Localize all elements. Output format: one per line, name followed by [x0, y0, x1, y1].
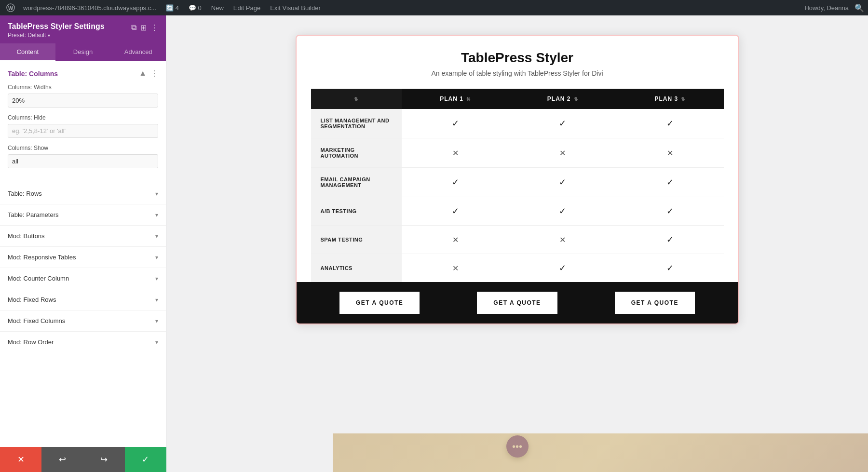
site-url-link[interactable]: wordpress-784896-3610405.cloudwaysapps.c… [19, 4, 160, 12]
x-icon: ✕ [667, 149, 673, 157]
updates-link[interactable]: 🔄 4 [162, 4, 183, 12]
sort-icon-3[interactable]: ⇅ [574, 96, 578, 102]
table-row: EMAIL CAMPAIGN MANAGEMENT ✓ ✓ ✓ [311, 168, 724, 197]
collapsed-sections: Table: Rows ▾ Table: Parameters ▾ Mod: B… [0, 183, 166, 352]
show-input[interactable] [8, 154, 158, 168]
comments-link[interactable]: 💬 0 [185, 4, 205, 12]
section-mod--responsive-tables[interactable]: Mod: Responsive Tables ▾ [0, 246, 166, 268]
section-mod--fixed-columns[interactable]: Mod: Fixed Columns ▾ [0, 310, 166, 331]
section-mod--row-order[interactable]: Mod: Row Order ▾ [0, 331, 166, 352]
field-group-show: Columns: Show [8, 145, 158, 168]
plan2-cell: ✓ [509, 168, 616, 197]
new-link[interactable]: New [207, 4, 228, 12]
section-mod--buttons[interactable]: Mod: Buttons ▾ [0, 225, 166, 246]
section-mod--counter-column[interactable]: Mod: Counter Column ▾ [0, 268, 166, 289]
plan3-cell: ✓ [616, 109, 724, 138]
section-table--parameters[interactable]: Table: Parameters ▾ [0, 204, 166, 225]
svg-text:W: W [8, 5, 14, 11]
admin-bar-right: Howdy, Deanna 🔍 [804, 3, 864, 13]
x-icon: ✕ [452, 236, 459, 244]
check-icon: ✓ [666, 206, 674, 216]
sidebar-tabs: Content Design Advanced [0, 43, 166, 61]
plan2-cell: ✓ [509, 109, 616, 138]
redo-button[interactable]: ↪ [83, 447, 125, 472]
section-columns-body: Columns: Widths Columns: Hide Columns: S… [0, 84, 166, 183]
plan1-cell: ✓ [402, 168, 509, 197]
tp-footer: GET A QUOTE GET A QUOTE GET A QUOTE [297, 282, 738, 324]
x-icon: ✕ [452, 264, 459, 272]
plan2-cell: ✓ [509, 254, 616, 283]
sort-icon-2[interactable]: ⇅ [466, 96, 471, 102]
check-icon: ✓ [666, 177, 674, 187]
check-icon: ✓ [666, 263, 674, 273]
table-row: ANALYTICS ✕ ✓ ✓ [311, 254, 724, 283]
hide-label: Columns: Hide [8, 114, 158, 121]
wp-logo-icon[interactable]: W [4, 0, 17, 15]
feature-cell: SPAM TESTING [311, 226, 402, 254]
bottom-image-strip [333, 433, 868, 472]
table-row: A/B TESTING ✓ ✓ ✓ [311, 197, 724, 226]
plan2-cell: ✓ [509, 197, 616, 226]
edit-page-link[interactable]: Edit Page [230, 4, 264, 12]
plan3-cell: ✓ [616, 254, 724, 283]
chevron-icon: ▾ [155, 297, 158, 303]
main-layout: TablePress Styler Settings Preset: Defau… [0, 15, 868, 472]
section-columns-header[interactable]: Table: Columns ▲ ⋮ [0, 61, 166, 84]
sidebar-title-group: TablePress Styler Settings Preset: Defau… [8, 22, 105, 39]
cta-button-2[interactable]: GET A QUOTE [477, 292, 557, 314]
tablepress-card: TablePress Styler An example of table st… [296, 35, 739, 324]
section-collapse-icon[interactable]: ▲ [139, 69, 147, 78]
plan3-cell: ✓ [616, 226, 724, 254]
x-icon: ✕ [559, 236, 566, 244]
save-button[interactable]: ✓ [125, 447, 166, 472]
sort-icon-1[interactable]: ⇅ [354, 96, 358, 102]
plan2-cell: ✕ [509, 138, 616, 168]
cancel-button[interactable]: ✕ [0, 447, 41, 472]
undo-button[interactable]: ↩ [41, 447, 83, 472]
check-icon: ✓ [452, 119, 459, 128]
table-header-row: ⇅ PLAN 1 ⇅ PLAN 2 [311, 89, 724, 109]
tab-advanced[interactable]: Advanced [110, 43, 166, 61]
duplicate-icon[interactable]: ⧉ [131, 23, 136, 32]
plan1-cell: ✓ [402, 109, 509, 138]
tp-table: ⇅ PLAN 1 ⇅ PLAN 2 [311, 89, 724, 282]
tp-tbody: LIST MANAGEMENT AND SEGMENTATION ✓ ✓ ✓ M… [311, 109, 724, 282]
chevron-icon: ▾ [155, 275, 158, 282]
search-icon[interactable]: 🔍 [854, 3, 864, 13]
header-col-plan3: PLAN 3 ⇅ [616, 89, 724, 109]
sidebar-preset[interactable]: Preset: Default ▾ [8, 32, 105, 39]
section-mod--fixed-rows[interactable]: Mod: Fixed Rows ▾ [0, 289, 166, 310]
tp-subtitle: An example of table styling with TablePr… [311, 69, 724, 77]
widths-input[interactable] [8, 94, 158, 108]
field-group-hide: Columns: Hide [8, 114, 158, 138]
plan3-cell: ✓ [616, 168, 724, 197]
x-icon: ✕ [559, 149, 566, 157]
x-icon: ✕ [452, 149, 459, 157]
section-table--rows[interactable]: Table: Rows ▾ [0, 183, 166, 204]
tab-content[interactable]: Content [0, 43, 55, 61]
cta-button-3[interactable]: GET A QUOTE [615, 292, 695, 314]
field-group-widths: Columns: Widths [8, 84, 158, 108]
chevron-icon: ▾ [155, 212, 158, 218]
section-menu-icon[interactable]: ⋮ [150, 69, 158, 78]
check-icon: ✓ [666, 235, 674, 244]
plan1-cell: ✕ [402, 254, 509, 283]
more-options-icon[interactable]: ⋮ [150, 23, 158, 32]
plan2-cell: ✕ [509, 226, 616, 254]
chevron-icon: ▾ [155, 254, 158, 261]
chevron-icon: ▾ [155, 190, 158, 197]
widths-label: Columns: Widths [8, 84, 158, 91]
tp-title: TablePress Styler [311, 50, 724, 66]
howdy-text: Howdy, Deanna [804, 4, 849, 12]
section-header-icons: ▲ ⋮ [139, 69, 158, 78]
header-col-plan2: PLAN 2 ⇅ [509, 89, 616, 109]
cta-button-1[interactable]: GET A QUOTE [339, 292, 420, 314]
expand-icon[interactable]: ⊞ [140, 23, 147, 32]
plan3-cell: ✓ [616, 197, 724, 226]
sort-icon-4[interactable]: ⇅ [681, 96, 685, 102]
check-icon: ✓ [559, 263, 566, 273]
tab-design[interactable]: Design [55, 43, 111, 61]
table-row: LIST MANAGEMENT AND SEGMENTATION ✓ ✓ ✓ [311, 109, 724, 138]
hide-input[interactable] [8, 124, 158, 138]
exit-builder-link[interactable]: Exit Visual Builder [266, 4, 325, 12]
